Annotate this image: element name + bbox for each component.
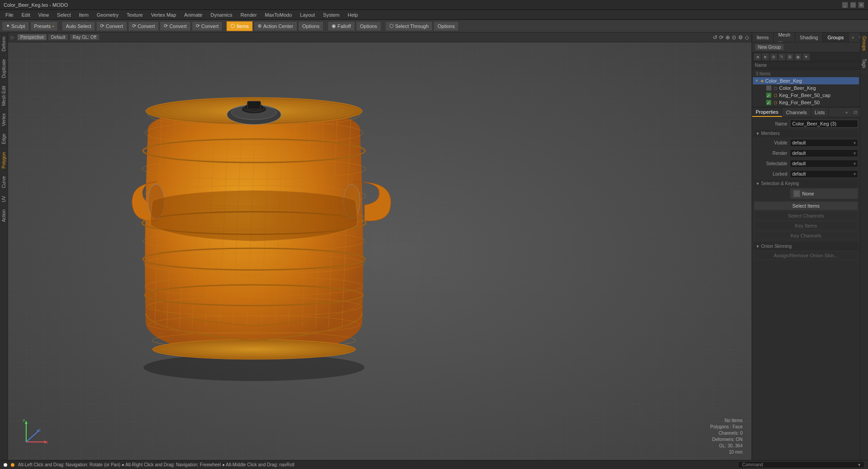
viewport-render-mode[interactable]: Ray GL: Off <box>69 34 100 41</box>
options1-button[interactable]: Options <box>298 21 323 31</box>
viewport-reset-icon[interactable]: ⟳ <box>719 34 724 41</box>
tab-properties[interactable]: Properties <box>752 107 782 117</box>
right-panel: Items Mesh ... Shading Groups + ⚙ ⊡ New … <box>752 33 860 460</box>
left-tab-duplicate[interactable]: Duplicate <box>0 55 8 82</box>
new-group-button[interactable]: New Group <box>755 44 784 51</box>
viewport-expand-icon[interactable]: ▷ <box>11 35 14 40</box>
key-channels-button[interactable]: Key Channels <box>754 231 858 240</box>
tab-mesh[interactable]: Mesh ... <box>774 33 795 42</box>
falloff-button[interactable]: ◉ Falloff <box>328 21 355 31</box>
convert3-button[interactable]: ⟳ Convert <box>160 21 191 31</box>
menu-view[interactable]: View <box>35 11 53 19</box>
left-tab-polygon[interactable]: Polygon <box>0 148 8 172</box>
options2-button[interactable]: Options <box>356 21 381 31</box>
tab-groups[interactable]: Groups <box>823 33 849 42</box>
menu-file[interactable]: File <box>2 11 17 19</box>
sculpt-button[interactable]: ✦ Sculpt <box>2 21 29 31</box>
convert4-button[interactable]: ⟳ Convert <box>192 21 223 31</box>
viewport-zoom-icon[interactable]: ⊕ <box>725 34 730 41</box>
convert2-button[interactable]: ⟳ Convert <box>128 21 159 31</box>
name-row: Name <box>754 119 858 128</box>
props-section: Properties Channels Lists + ⊡ Name <box>752 107 860 460</box>
gtb-forward-icon[interactable]: ► <box>762 53 769 60</box>
menu-system[interactable]: System <box>319 11 343 19</box>
name-label: Name <box>754 121 790 126</box>
close-button[interactable]: × <box>858 2 864 8</box>
key-items-button[interactable]: Key Items <box>754 221 858 230</box>
presets-button[interactable]: Presets ▪ <box>30 21 58 31</box>
select-items-button[interactable]: Select Items <box>754 201 858 210</box>
onion-section-header[interactable]: ▼ Onion Skinning <box>754 242 858 250</box>
command-bar[interactable]: Command ▾ <box>738 461 864 468</box>
menu-vertex-map[interactable]: Vertex Map <box>148 11 180 19</box>
menu-edit[interactable]: Edit <box>18 11 34 19</box>
gtb-delete-icon[interactable]: ⊠ <box>786 53 794 60</box>
add-tab-button[interactable]: + <box>849 34 857 41</box>
groups-root-item[interactable]: ▼ ◈ Color_Beer_Keg <box>753 77 859 84</box>
viewport-shading[interactable]: Default <box>48 34 69 41</box>
options3-button[interactable]: Options <box>434 21 459 31</box>
menu-select[interactable]: Select <box>53 11 74 19</box>
menu-texture[interactable]: Texture <box>123 11 147 19</box>
visible-dropdown[interactable]: default ▾ <box>790 139 858 147</box>
assign-remove-onion-button[interactable]: Assign/Remove Onion Skin... <box>754 251 858 260</box>
items-button[interactable]: ⬡ Items <box>226 21 253 31</box>
app-title: Color_Beer_Keg.lxo - MODO <box>4 2 68 8</box>
viewport-mode-perspective[interactable]: Perspective <box>17 34 47 41</box>
select-channels-button[interactable]: Select Channels <box>754 211 858 220</box>
minimize-button[interactable]: _ <box>842 2 848 8</box>
locked-dropdown[interactable]: default ▾ <box>790 170 858 178</box>
left-tab-vertex[interactable]: Vertex <box>0 109 8 130</box>
tab-items[interactable]: Items <box>752 33 774 42</box>
menu-item[interactable]: Item <box>75 11 92 19</box>
render-dropdown[interactable]: default ▾ <box>790 149 858 157</box>
left-tab-action[interactable]: Action <box>0 205 8 226</box>
groups-child-keg-50[interactable]: ✓ ◻ Keg_For_Beer_50 <box>753 99 859 106</box>
left-tab-deform[interactable]: Deform <box>0 33 8 55</box>
convert1-button[interactable]: ⟳ Convert <box>96 21 127 31</box>
viewport-fit-icon[interactable]: ⊙ <box>732 34 736 41</box>
menu-geometry[interactable]: Geometry <box>93 11 122 19</box>
key-pattern-button[interactable]: ⋮ None <box>790 188 858 199</box>
selectable-dropdown[interactable]: default ▾ <box>790 160 858 167</box>
svg-rect-40 <box>247 101 261 109</box>
menu-help[interactable]: Help <box>344 11 362 19</box>
viewport-view-icon[interactable]: ◇ <box>745 34 749 41</box>
menu-animate[interactable]: Animate <box>180 11 206 19</box>
tab-channels[interactable]: Channels <box>782 107 811 117</box>
action-center-button[interactable]: ⊕ Action Center <box>254 21 297 31</box>
maximize-button[interactable]: □ <box>850 2 856 8</box>
groups-child-keg-cap[interactable]: ✓ ◻ Keg_For_Beer_50_cap <box>753 92 859 99</box>
viewport-3d[interactable]: X Y Z No Items Polygons : Face Channels:… <box>8 42 752 460</box>
selection-section-header[interactable]: ▼ Selection & Keying <box>754 180 858 187</box>
gtb-dropdown-icon[interactable]: ▼ <box>803 53 810 60</box>
auto-select-button[interactable]: Auto Select <box>62 21 95 31</box>
menu-layout[interactable]: Layout <box>296 11 319 19</box>
gtb-back-icon[interactable]: ◄ <box>754 53 761 60</box>
members-section-header[interactable]: ▼ Members <box>754 130 858 137</box>
viewport-nav: Perspective Default Ray GL: Off <box>17 34 100 41</box>
tab-lists[interactable]: Lists <box>811 107 829 117</box>
right-vtab-tags[interactable]: Tags <box>860 55 868 72</box>
name-input[interactable] <box>790 120 858 128</box>
viewport-settings-icon[interactable]: ⚙ <box>738 34 743 41</box>
gtb-add-icon[interactable]: ⊕ <box>770 53 777 60</box>
left-tab-curve[interactable]: Curve <box>0 172 8 192</box>
props-expand-icon[interactable]: ⊡ <box>854 110 857 115</box>
left-tab-edge[interactable]: Edge <box>0 130 8 148</box>
props-tab-add[interactable]: + <box>843 109 851 116</box>
gtb-edit-icon[interactable]: ✎ <box>778 53 785 60</box>
viewport-orbit-icon[interactable]: ↺ <box>713 34 717 41</box>
tab-shading[interactable]: Shading <box>795 33 823 42</box>
left-tab-mesh-edit[interactable]: Mesh Edit <box>0 82 8 109</box>
menu-dynamics[interactable]: Dynamics <box>207 11 236 19</box>
menu-maxtomodo[interactable]: MaxToModo <box>261 11 295 19</box>
menu-render[interactable]: Render <box>237 11 260 19</box>
mesh-icon-3: ◻ <box>774 100 777 105</box>
right-vtab-groups[interactable]: Groups <box>860 33 868 55</box>
left-tab-uv[interactable]: UV <box>0 192 8 206</box>
groups-child-color-beer-keg[interactable]: ◻ Color_Beer_Keg <box>753 84 859 92</box>
select-through-button[interactable]: ⬡ Select Through <box>385 21 433 31</box>
viewport[interactable]: ▷ Perspective Default Ray GL: Off ↺ ⟳ ⊕ … <box>8 33 752 460</box>
gtb-settings-icon[interactable]: ◉ <box>794 53 802 60</box>
